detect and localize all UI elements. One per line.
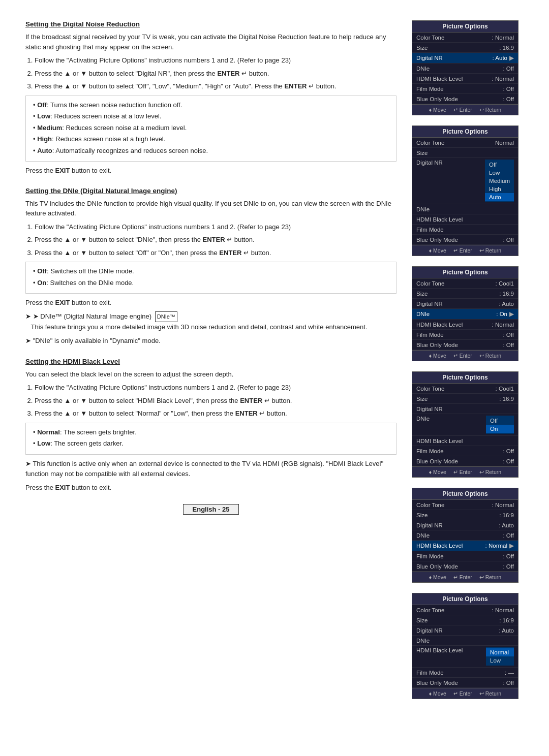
- panel-3-row-size: Size : 16:9: [412, 289, 518, 299]
- note-hdmi: ➤ This function is active only when an e…: [25, 459, 396, 480]
- panel-6-row-colortone: Color Tone : Normal: [412, 605, 518, 615]
- step-1-dnr: Follow the "Activating Picture Options" …: [35, 55, 396, 66]
- dropdown-item-low[interactable]: Low: [485, 169, 514, 177]
- panel-6-dropdown[interactable]: Normal Low: [486, 647, 514, 666]
- step-3-dnie: Press the ▲ or ▼ button to select "Off" …: [35, 248, 396, 258]
- panel-4-row-size: Size : 16:9: [412, 394, 518, 404]
- panel-3-title: Picture Options: [412, 267, 518, 278]
- panel-3-row-dnie[interactable]: DNIe : On ▶: [412, 309, 518, 320]
- dropdown-item-off[interactable]: Off: [485, 161, 514, 169]
- panel-6-row-size: Size : 16:9: [412, 615, 518, 625]
- panel-3-row-filmmode: Film Mode : Off: [412, 330, 518, 340]
- panel-1-footer: ♦ Move ↵ Enter ↩ Return: [412, 104, 518, 115]
- step-2-dnie: Press the ▲ or ▼ button to select "DNIe"…: [35, 235, 396, 245]
- dropdown-item-medium[interactable]: Medium: [485, 177, 514, 185]
- panel-1-row-size: Size : 16:9: [412, 43, 518, 53]
- panel-2-row-colortone: Color Tone Normal: [412, 138, 518, 148]
- panel-2-row-filmmode: Film Mode: [412, 225, 518, 235]
- bullet-box-hdmi: Normal: The screen gets brighter. Low: T…: [25, 423, 396, 455]
- bullet-off-dnie: Off: Switches off the DNIe mode.: [33, 266, 389, 276]
- panel-4-body: Color Tone : Cool1 Size : 16:9 Digital N…: [412, 384, 518, 466]
- panel-5-row-blueonlymode: Blue Only Mode : Off: [412, 561, 518, 572]
- dropdown-item-normal[interactable]: Normal: [486, 648, 514, 656]
- panel-3-row-colortone: Color Tone : Cool1: [412, 278, 518, 289]
- dropdown-item-low[interactable]: Low: [486, 656, 514, 665]
- panel-6-title: Picture Options: [412, 593, 518, 605]
- panel-4-row-digitalnr: Digital NR: [412, 404, 518, 414]
- bullet-medium-dnr: Medium: Reduces screen noise at a medium…: [33, 123, 389, 133]
- panel-5-footer: ♦ Move ↵ Enter ↩ Return: [412, 572, 518, 582]
- panel-3-row-hdmiblack: HDMI Black Level : Normal: [412, 320, 518, 330]
- section-dnie: Setting the DNIe (Digital Natural Image …: [25, 187, 396, 346]
- panel-1-row-hdmiblack: HDMI Black Level : Normal: [412, 74, 518, 84]
- panel-1-body: Color Tone : Normal Size : 16:9 Digital …: [412, 33, 518, 104]
- panel-4-dropdown[interactable]: Off On: [486, 416, 514, 434]
- panel-2-footer: ♦ Move ↵ Enter ↩ Return: [412, 245, 518, 256]
- bullet-normal-hdmi: Normal: The screen gets brighter.: [33, 427, 389, 437]
- note-dnie-2: ➤ "DNIe" is only available in "Dynamic" …: [25, 336, 396, 346]
- panel-4-row-colortone: Color Tone : Cool1: [412, 384, 518, 394]
- menu-panel-1: Picture Options Color Tone : Normal Size…: [412, 20, 518, 115]
- page-number: English - 25: [183, 504, 239, 515]
- bullet-low-dnr: Low: Reduces screen noise at a low level…: [33, 111, 389, 121]
- panel-3-row-blueonlymode: Blue Only Mode : Off: [412, 340, 518, 350]
- panel-4-footer: ♦ Move ↵ Enter ↩ Return: [412, 466, 518, 477]
- panel-3-row-digitalnr: Digital NR : Auto: [412, 299, 518, 309]
- panel-2-dropdown[interactable]: Off Low Medium High Auto: [485, 160, 514, 202]
- dropdown-item-on-dnie[interactable]: On: [486, 425, 514, 433]
- panel-5-row-colortone: Color Tone : Normal: [412, 500, 518, 510]
- right-column: Picture Options Color Tone : Normal Size…: [412, 20, 524, 704]
- menu-panel-2: Picture Options Color Tone Normal Size D…: [412, 125, 518, 256]
- panel-1-title: Picture Options: [412, 21, 518, 33]
- panel-6-row-blueonlymode: Blue Only Mode : Off: [412, 678, 518, 688]
- panel-2-row-dnie: DNIe: [412, 204, 518, 214]
- panel-6-body: Color Tone : Normal Size : 16:9 Digital …: [412, 605, 518, 688]
- panel-4-row-filmmode: Film Mode : Off: [412, 446, 518, 456]
- section-intro-hdmi: You can select the black level on the sc…: [25, 369, 396, 380]
- menu-panel-4: Picture Options Color Tone : Cool1 Size …: [412, 371, 518, 478]
- panel-6-row-dnie: DNIe: [412, 636, 518, 646]
- panel-5-row-hdmiblack[interactable]: HDMI Black Level : Normal ▶: [412, 541, 518, 551]
- steps-list-dnie: Follow the "Activating Picture Options" …: [35, 222, 396, 258]
- menu-panel-6: Picture Options Color Tone : Normal Size…: [412, 593, 518, 699]
- panel-1-row-dnie: DNIe : Off: [412, 64, 518, 74]
- bullet-off-dnr: Off: Turns the screen noise reduction fu…: [33, 100, 389, 110]
- step-2-hdmi: Press the ▲ or ▼ button to select "HDMI …: [35, 396, 396, 406]
- section-heading-dnr: Setting the Digital Noise Reduction: [25, 20, 396, 28]
- note-dnie-1: ➤ DNIe™ (Digital Natural Image engine) D…: [25, 311, 396, 333]
- section-digital-nr: Setting the Digital Noise Reduction If t…: [25, 20, 396, 176]
- bullet-auto-dnr: Auto: Automatically recognizes and reduc…: [33, 146, 389, 156]
- bullet-high-dnr: High: Reduces screen noise at a high lev…: [33, 134, 389, 144]
- section-intro-dnr: If the broadcast signal received by your…: [25, 32, 396, 52]
- bullet-box-dnie: Off: Switches off the DNIe mode. On: Swi…: [25, 262, 396, 294]
- panel-2-row-digitalnr: Digital NR Off Low Medium High Auto: [412, 158, 518, 204]
- panel-3-body: Color Tone : Cool1 Size : 16:9 Digital N…: [412, 278, 518, 350]
- dropdown-item-off-dnie[interactable]: Off: [486, 417, 514, 425]
- panel-6-footer: ♦ Move ↵ Enter ↩ Return: [412, 688, 518, 699]
- press-exit-hdmi: Press the EXIT button to exit.: [25, 483, 396, 493]
- steps-list-dnr: Follow the "Activating Picture Options" …: [35, 55, 396, 91]
- panel-3-footer: ♦ Move ↵ Enter ↩ Return: [412, 350, 518, 361]
- panel-5-title: Picture Options: [412, 488, 518, 500]
- bullet-on-dnie: On: Switches on the DNIe mode.: [33, 278, 389, 288]
- panel-4-row-hdmiblack: HDMI Black Level: [412, 436, 518, 446]
- panel-4-row-dnie: DNIe Off On: [412, 414, 518, 436]
- panel-2-body: Color Tone Normal Size Digital NR Off Lo…: [412, 138, 518, 245]
- bullet-low-hdmi: Low: The screen gets darker.: [33, 438, 389, 449]
- dropdown-item-auto[interactable]: Auto: [485, 193, 514, 201]
- press-exit-dnie: Press the EXIT button to exit.: [25, 298, 396, 308]
- panel-6-row-filmmode: Film Mode : —: [412, 668, 518, 678]
- panel-1-row-blueonlymode: Blue Only Mode : Off: [412, 94, 518, 104]
- steps-list-hdmi: Follow the "Activating Picture Options" …: [35, 383, 396, 419]
- panel-6-row-hdmiblack: HDMI Black Level Normal Low: [412, 646, 518, 668]
- panel-1-row-digitalnr[interactable]: Digital NR : Auto ▶: [412, 53, 518, 64]
- dropdown-item-high[interactable]: High: [485, 185, 514, 193]
- panel-5-row-digitalnr: Digital NR : Auto: [412, 520, 518, 530]
- left-column: Setting the Digital Noise Reduction If t…: [25, 20, 396, 704]
- section-hdmi-black: Setting the HDMI Black Level You can sel…: [25, 358, 396, 493]
- panel-5-row-size: Size : 16:9: [412, 510, 518, 520]
- panel-4-title: Picture Options: [412, 372, 518, 384]
- panel-2-row-hdmiblack: HDMI Black Level: [412, 214, 518, 225]
- section-heading-hdmi: Setting the HDMI Black Level: [25, 358, 396, 365]
- step-1-hdmi: Follow the "Activating Picture Options" …: [35, 383, 396, 393]
